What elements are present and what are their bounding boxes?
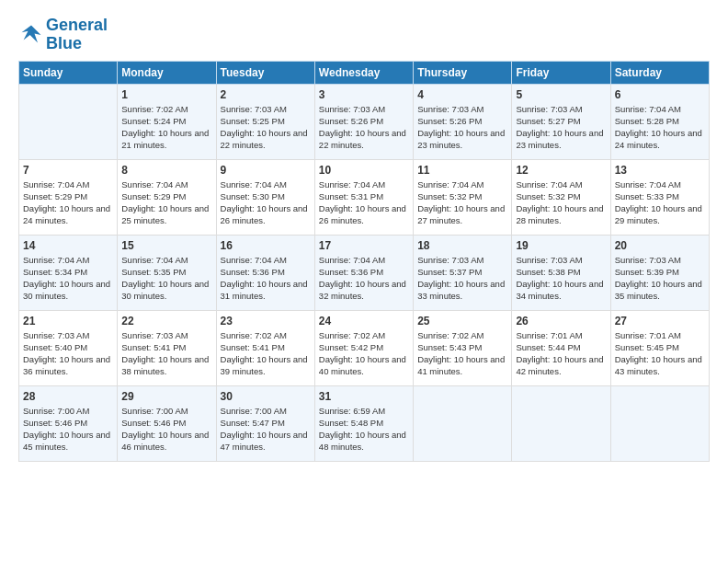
day-info: Sunrise: 7:01 AMSunset: 5:45 PMDaylight:… (615, 329, 705, 378)
col-header-saturday: Saturday (610, 61, 709, 84)
day-info: Sunrise: 7:04 AMSunset: 5:29 PMDaylight:… (121, 178, 211, 227)
cell-3-5: 18Sunrise: 7:03 AMSunset: 5:37 PMDayligh… (414, 235, 512, 310)
day-number: 4 (417, 88, 507, 101)
day-info: Sunrise: 7:03 AMSunset: 5:37 PMDaylight:… (417, 254, 507, 303)
day-info: Sunrise: 7:04 AMSunset: 5:30 PMDaylight:… (221, 178, 311, 227)
day-number: 2 (221, 88, 311, 101)
cell-4-3: 23Sunrise: 7:02 AMSunset: 5:41 PMDayligh… (216, 310, 314, 385)
col-header-wednesday: Wednesday (314, 61, 413, 84)
day-number: 8 (121, 164, 211, 177)
cell-5-1: 28Sunrise: 7:00 AMSunset: 5:46 PMDayligh… (19, 385, 118, 461)
cell-1-5: 4Sunrise: 7:03 AMSunset: 5:26 PMDaylight… (414, 84, 512, 159)
day-number: 27 (615, 315, 705, 327)
day-number: 24 (319, 315, 409, 327)
cell-1-4: 3Sunrise: 7:03 AMSunset: 5:26 PMDaylight… (314, 84, 413, 159)
col-header-friday: Friday (512, 61, 610, 84)
day-info: Sunrise: 7:04 AMSunset: 5:34 PMDaylight:… (23, 254, 113, 303)
day-info: Sunrise: 7:03 AMSunset: 5:39 PMDaylight:… (615, 254, 705, 303)
day-number: 17 (319, 239, 409, 252)
calendar-table: SundayMondayTuesdayWednesdayThursdayFrid… (18, 61, 710, 462)
cell-2-5: 11Sunrise: 7:04 AMSunset: 5:32 PMDayligh… (414, 159, 512, 235)
cell-5-7 (610, 385, 709, 461)
day-info: Sunrise: 7:04 AMSunset: 5:32 PMDaylight:… (516, 178, 606, 227)
day-info: Sunrise: 7:04 AMSunset: 5:33 PMDaylight:… (615, 178, 705, 227)
day-number: 15 (121, 239, 211, 252)
day-info: Sunrise: 7:02 AMSunset: 5:41 PMDaylight:… (221, 329, 311, 378)
day-info: Sunrise: 7:04 AMSunset: 5:31 PMDaylight:… (319, 178, 409, 227)
header: General Blue (18, 17, 710, 53)
day-number: 22 (121, 315, 211, 327)
cell-1-6: 5Sunrise: 7:03 AMSunset: 5:27 PMDaylight… (512, 84, 610, 159)
day-info: Sunrise: 7:03 AMSunset: 5:26 PMDaylight:… (319, 103, 409, 152)
cell-4-5: 25Sunrise: 7:02 AMSunset: 5:43 PMDayligh… (414, 310, 512, 385)
cell-3-3: 16Sunrise: 7:04 AMSunset: 5:36 PMDayligh… (216, 235, 314, 310)
cell-2-7: 13Sunrise: 7:04 AMSunset: 5:33 PMDayligh… (610, 159, 709, 235)
day-info: Sunrise: 7:03 AMSunset: 5:25 PMDaylight:… (221, 103, 311, 152)
cell-2-4: 10Sunrise: 7:04 AMSunset: 5:31 PMDayligh… (314, 159, 413, 235)
day-number: 20 (615, 239, 705, 252)
day-info: Sunrise: 7:04 AMSunset: 5:28 PMDaylight:… (615, 103, 705, 152)
logo-icon (18, 22, 44, 48)
cell-3-1: 14Sunrise: 7:04 AMSunset: 5:34 PMDayligh… (19, 235, 118, 310)
cell-2-2: 8Sunrise: 7:04 AMSunset: 5:29 PMDaylight… (118, 159, 216, 235)
cell-4-7: 27Sunrise: 7:01 AMSunset: 5:45 PMDayligh… (610, 310, 709, 385)
col-header-tuesday: Tuesday (216, 61, 314, 84)
day-number: 29 (121, 390, 211, 403)
page: General Blue SundayMondayTuesdayWednesda… (0, 0, 728, 471)
cell-5-3: 30Sunrise: 7:00 AMSunset: 5:47 PMDayligh… (216, 385, 314, 461)
day-info: Sunrise: 7:03 AMSunset: 5:38 PMDaylight:… (516, 254, 606, 303)
day-info: Sunrise: 7:00 AMSunset: 5:46 PMDaylight:… (23, 405, 113, 454)
day-number: 28 (23, 390, 113, 403)
cell-5-2: 29Sunrise: 7:00 AMSunset: 5:46 PMDayligh… (118, 385, 216, 461)
day-number: 10 (319, 164, 409, 177)
day-info: Sunrise: 7:04 AMSunset: 5:35 PMDaylight:… (121, 254, 211, 303)
day-number: 1 (121, 88, 211, 101)
logo: General Blue (18, 17, 108, 53)
day-info: Sunrise: 7:00 AMSunset: 5:46 PMDaylight:… (121, 405, 211, 454)
col-header-thursday: Thursday (414, 61, 512, 84)
logo-blue: Blue (46, 34, 82, 52)
day-number: 12 (516, 164, 606, 177)
cell-3-4: 17Sunrise: 7:04 AMSunset: 5:36 PMDayligh… (314, 235, 413, 310)
week-row-4: 21Sunrise: 7:03 AMSunset: 5:40 PMDayligh… (19, 310, 710, 385)
cell-4-2: 22Sunrise: 7:03 AMSunset: 5:41 PMDayligh… (118, 310, 216, 385)
day-info: Sunrise: 7:03 AMSunset: 5:40 PMDaylight:… (23, 329, 113, 378)
header-row: SundayMondayTuesdayWednesdayThursdayFrid… (19, 61, 710, 84)
cell-2-1: 7Sunrise: 7:04 AMSunset: 5:29 PMDaylight… (19, 159, 118, 235)
week-row-2: 7Sunrise: 7:04 AMSunset: 5:29 PMDaylight… (19, 159, 710, 235)
logo-general: General (46, 16, 108, 34)
day-info: Sunrise: 7:02 AMSunset: 5:24 PMDaylight:… (121, 103, 211, 152)
day-info: Sunrise: 7:02 AMSunset: 5:42 PMDaylight:… (319, 329, 409, 378)
week-row-1: 1Sunrise: 7:02 AMSunset: 5:24 PMDaylight… (19, 84, 710, 159)
day-number: 3 (319, 88, 409, 101)
day-number: 21 (23, 315, 113, 327)
day-number: 31 (319, 390, 409, 403)
day-info: Sunrise: 7:03 AMSunset: 5:26 PMDaylight:… (417, 103, 507, 152)
cell-1-7: 6Sunrise: 7:04 AMSunset: 5:28 PMDaylight… (610, 84, 709, 159)
cell-1-3: 2Sunrise: 7:03 AMSunset: 5:25 PMDaylight… (216, 84, 314, 159)
svg-marker-0 (22, 25, 41, 42)
cell-4-6: 26Sunrise: 7:01 AMSunset: 5:44 PMDayligh… (512, 310, 610, 385)
day-info: Sunrise: 7:03 AMSunset: 5:27 PMDaylight:… (516, 103, 606, 152)
week-row-3: 14Sunrise: 7:04 AMSunset: 5:34 PMDayligh… (19, 235, 710, 310)
day-number: 30 (221, 390, 311, 403)
cell-4-1: 21Sunrise: 7:03 AMSunset: 5:40 PMDayligh… (19, 310, 118, 385)
day-number: 19 (516, 239, 606, 252)
day-number: 9 (221, 164, 311, 177)
cell-5-4: 31Sunrise: 6:59 AMSunset: 5:48 PMDayligh… (314, 385, 413, 461)
cell-5-6 (512, 385, 610, 461)
day-info: Sunrise: 7:04 AMSunset: 5:36 PMDaylight:… (319, 254, 409, 303)
day-number: 14 (23, 239, 113, 252)
day-number: 26 (516, 315, 606, 327)
day-info: Sunrise: 7:02 AMSunset: 5:43 PMDaylight:… (417, 329, 507, 378)
day-info: Sunrise: 7:04 AMSunset: 5:32 PMDaylight:… (417, 178, 507, 227)
day-info: Sunrise: 7:04 AMSunset: 5:36 PMDaylight:… (221, 254, 311, 303)
cell-3-6: 19Sunrise: 7:03 AMSunset: 5:38 PMDayligh… (512, 235, 610, 310)
cell-4-4: 24Sunrise: 7:02 AMSunset: 5:42 PMDayligh… (314, 310, 413, 385)
day-info: Sunrise: 7:01 AMSunset: 5:44 PMDaylight:… (516, 329, 606, 378)
day-number: 16 (221, 239, 311, 252)
logo-text: General Blue (46, 17, 108, 53)
day-number: 11 (417, 164, 507, 177)
cell-3-2: 15Sunrise: 7:04 AMSunset: 5:35 PMDayligh… (118, 235, 216, 310)
cell-2-3: 9Sunrise: 7:04 AMSunset: 5:30 PMDaylight… (216, 159, 314, 235)
